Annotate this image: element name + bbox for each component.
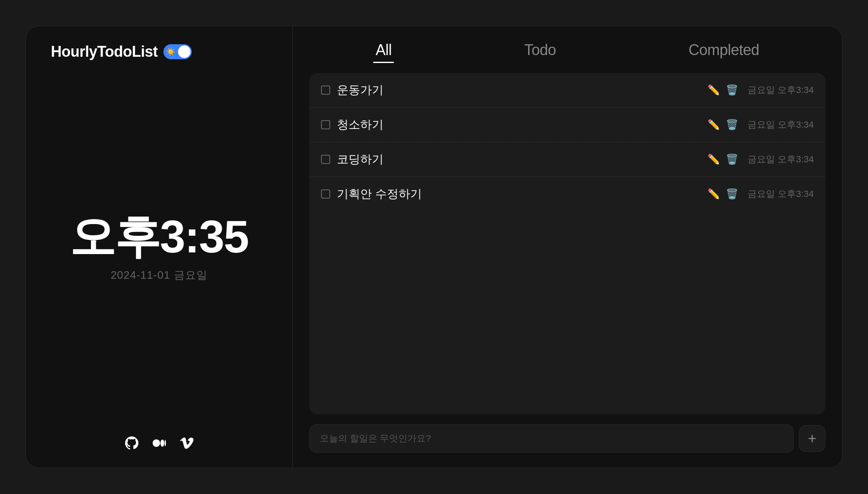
todo-item: 코딩하기 ✏️ 🗑️ 금요일 오후3:34	[309, 142, 825, 177]
input-row	[309, 424, 825, 453]
todo-actions-1: ✏️ 🗑️ 금요일 오후3:34	[707, 84, 814, 96]
tab-todo[interactable]: Todo	[524, 41, 556, 63]
medium-icon[interactable]	[151, 435, 167, 451]
vimeo-icon[interactable]	[179, 435, 195, 451]
todo-checkbox-4[interactable]	[321, 189, 330, 199]
clock-time: 오후3:35	[70, 214, 248, 260]
app-header: HourlyTodoList ☀️	[51, 43, 192, 60]
todo-text-3: 코딩하기	[337, 151, 701, 167]
todo-text-4: 기획안 수정하기	[337, 186, 701, 202]
todo-list: 운동가기 ✏️ 🗑️ 금요일 오후3:34 청소하기 ✏️ 🗑️ 금요일 오후3…	[309, 73, 825, 414]
todo-time-2: 금요일 오후3:34	[748, 118, 814, 131]
todo-checkbox-1[interactable]	[321, 86, 330, 95]
tab-all[interactable]: All	[376, 41, 392, 63]
todo-item: 운동가기 ✏️ 🗑️ 금요일 오후3:34	[309, 73, 825, 108]
todo-checkbox-2[interactable]	[321, 120, 330, 129]
clock-date: 2024-11-01 금요일	[110, 268, 207, 282]
todo-text-1: 운동가기	[337, 82, 701, 98]
delete-icon-3[interactable]: 🗑️	[726, 154, 738, 165]
sun-icon: ☀️	[166, 47, 175, 56]
right-panel: All Todo Completed 운동가기 ✏️ 🗑️ 금요일 오후3:34…	[293, 26, 842, 468]
edit-icon-2[interactable]: ✏️	[707, 119, 720, 131]
todo-checkbox-3[interactable]	[321, 155, 330, 164]
todo-input[interactable]	[309, 424, 794, 453]
clock-section: 오후3:35 2024-11-01 금요일	[70, 214, 248, 282]
delete-icon-2[interactable]: 🗑️	[726, 119, 738, 131]
app-container: HourlyTodoList ☀️ 오후3:35 2024-11-01 금요일	[25, 26, 843, 468]
app-title: HourlyTodoList	[51, 43, 158, 60]
todo-time-4: 금요일 오후3:34	[748, 188, 814, 200]
todo-item: 기획안 수정하기 ✏️ 🗑️ 금요일 오후3:34	[309, 177, 825, 211]
todo-actions-4: ✏️ 🗑️ 금요일 오후3:34	[707, 188, 814, 200]
github-icon[interactable]	[124, 435, 140, 451]
footer-icons	[124, 435, 195, 451]
todo-item: 청소하기 ✏️ 🗑️ 금요일 오후3:34	[309, 108, 825, 142]
edit-icon-1[interactable]: ✏️	[707, 84, 720, 96]
todo-actions-3: ✏️ 🗑️ 금요일 오후3:34	[707, 153, 814, 166]
edit-icon-4[interactable]: ✏️	[707, 188, 720, 200]
delete-icon-4[interactable]: 🗑️	[726, 188, 738, 200]
todo-time-3: 금요일 오후3:34	[748, 153, 814, 166]
toggle-knob	[178, 45, 191, 58]
tabs: All Todo Completed	[309, 41, 825, 63]
todo-time-1: 금요일 오후3:34	[748, 84, 814, 96]
edit-icon-3[interactable]: ✏️	[707, 154, 720, 165]
add-button[interactable]	[799, 425, 825, 452]
delete-icon-1[interactable]: 🗑️	[726, 84, 738, 96]
left-panel: HourlyTodoList ☀️ 오후3:35 2024-11-01 금요일	[26, 26, 293, 468]
theme-toggle[interactable]: ☀️	[163, 44, 192, 59]
todo-text-2: 청소하기	[337, 117, 701, 133]
todo-actions-2: ✏️ 🗑️ 금요일 오후3:34	[707, 118, 814, 131]
tab-completed[interactable]: Completed	[688, 41, 759, 63]
